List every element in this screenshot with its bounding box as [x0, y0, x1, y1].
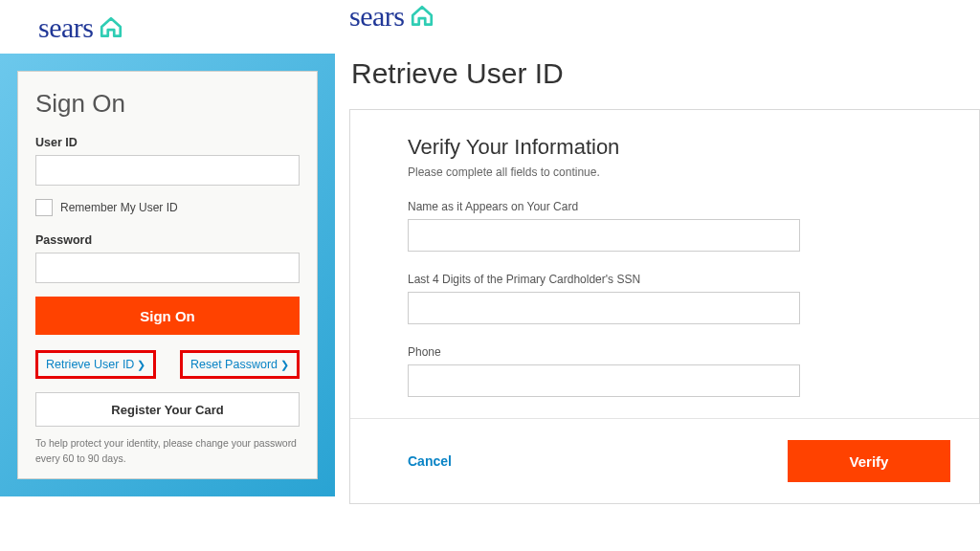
brand-name: sears [349, 0, 404, 33]
reset-password-text: Reset Password [190, 358, 278, 371]
ssn-last4-input[interactable] [408, 292, 800, 324]
verify-card: Verify Your Information Please complete … [349, 109, 980, 504]
phone-input[interactable] [408, 364, 800, 397]
retrieve-userid-highlight: Retrieve User ID ❯ [35, 350, 156, 379]
brand-name: sears [38, 11, 93, 44]
name-on-card-label: Name as it Appears on Your Card [408, 200, 979, 213]
password-help-text: To help protect your identity, please ch… [35, 436, 300, 467]
signon-title: Sign On [35, 89, 300, 119]
verify-title: Verify Your Information [408, 135, 979, 160]
home-icon [410, 4, 434, 29]
ssn-last4-label: Last 4 Digits of the Primary Cardholder'… [408, 273, 979, 286]
brand-logo-right: sears [349, 0, 980, 38]
page-title: Retrieve User ID [351, 57, 980, 90]
verify-subtitle: Please complete all fields to continue. [408, 165, 979, 179]
signon-button[interactable]: Sign On [35, 297, 300, 335]
user-id-input[interactable] [35, 155, 300, 186]
password-input[interactable] [35, 253, 300, 283]
reset-password-highlight: Reset Password ❯ [180, 350, 300, 379]
remember-label: Remember My User ID [60, 201, 178, 214]
brand-logo-left: sears [0, 0, 335, 54]
reset-password-link[interactable]: Reset Password ❯ [190, 358, 289, 371]
retrieve-userid-link[interactable]: Retrieve User ID ❯ [46, 358, 145, 371]
phone-label: Phone [408, 345, 979, 359]
chevron-right-icon: ❯ [280, 359, 289, 371]
signon-card: Sign On User ID Remember My User ID Pass… [17, 71, 318, 479]
user-id-label: User ID [35, 136, 300, 149]
home-icon [99, 15, 123, 40]
verify-button[interactable]: Verify [788, 440, 950, 482]
name-on-card-input[interactable] [408, 219, 800, 252]
remember-checkbox[interactable] [35, 199, 53, 216]
cancel-button[interactable]: Cancel [408, 453, 452, 469]
chevron-right-icon: ❯ [137, 359, 145, 371]
register-card-button[interactable]: Register Your Card [35, 392, 300, 427]
password-label: Password [35, 233, 300, 247]
retrieve-userid-text: Retrieve User ID [46, 358, 134, 371]
